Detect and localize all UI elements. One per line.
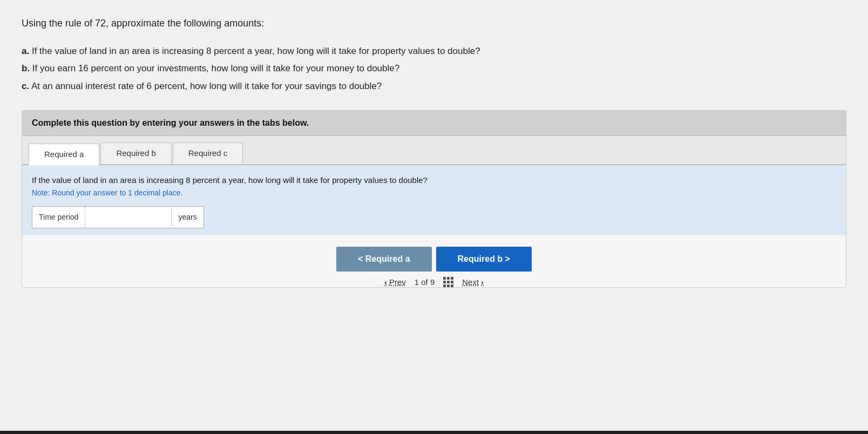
next-chevron-icon: › bbox=[481, 277, 484, 287]
nav-buttons: < Required a Required b > bbox=[22, 247, 846, 272]
input-label: Time period bbox=[32, 207, 85, 227]
part-b-label: b. bbox=[22, 63, 30, 73]
part-a: a. If the value of land in an area is in… bbox=[22, 43, 846, 60]
tab-content: If the value of land in an area is incre… bbox=[22, 165, 846, 235]
tab-question-text: If the value of land in an area is incre… bbox=[32, 174, 836, 187]
question-intro: Using the rule of 72, approximate the fo… bbox=[22, 16, 846, 31]
pagination-prev[interactable]: ‹ Prev bbox=[384, 277, 406, 287]
part-b: b. If you earn 16 percent on your invest… bbox=[22, 60, 846, 77]
tab-required-c[interactable]: Required c bbox=[173, 143, 243, 164]
prev-chevron-icon: ‹ bbox=[384, 277, 387, 287]
part-a-text: If the value of land in an area is incre… bbox=[32, 46, 480, 56]
page-total-number: 9 bbox=[430, 277, 435, 287]
pagination-next[interactable]: Next › bbox=[462, 277, 484, 287]
prev-required-a-button[interactable]: < Required a bbox=[336, 247, 431, 272]
part-c-text: At an annual interest rate of 6 percent,… bbox=[31, 81, 382, 91]
input-row: Time period years bbox=[32, 206, 204, 228]
part-b-text: If you earn 16 percent on your investmen… bbox=[32, 63, 399, 73]
part-c-label: c. bbox=[22, 81, 29, 91]
next-required-b-button[interactable]: Required b > bbox=[436, 247, 532, 272]
tab-required-b[interactable]: Required b bbox=[100, 143, 171, 164]
answer-box: Complete this question by entering your … bbox=[22, 110, 846, 288]
pagination-of: of bbox=[421, 277, 430, 287]
tab-required-a[interactable]: Required a bbox=[29, 144, 99, 165]
part-a-label: a. bbox=[22, 46, 29, 56]
part-c: c. At an annual interest rate of 6 perce… bbox=[22, 78, 846, 95]
page-container: Using the rule of 72, approximate the fo… bbox=[0, 0, 868, 434]
bottom-bar bbox=[0, 431, 868, 434]
grid-icon[interactable] bbox=[443, 277, 453, 287]
input-unit: years bbox=[172, 207, 203, 227]
tab-note-text: Note: Round your answer to 1 decimal pla… bbox=[32, 187, 836, 199]
complete-header: Complete this question by entering your … bbox=[22, 111, 846, 136]
prev-label: Prev bbox=[389, 277, 406, 287]
tabs-row: Required a Required b Required c bbox=[22, 136, 846, 165]
pagination-current: 1 of 9 bbox=[415, 277, 435, 287]
question-parts: a. If the value of land in an area is in… bbox=[22, 43, 846, 95]
time-period-input[interactable] bbox=[85, 208, 172, 226]
page-current-number: 1 bbox=[415, 277, 419, 287]
next-label: Next bbox=[462, 277, 479, 287]
pagination-row: ‹ Prev 1 of 9 Next › bbox=[22, 277, 846, 287]
